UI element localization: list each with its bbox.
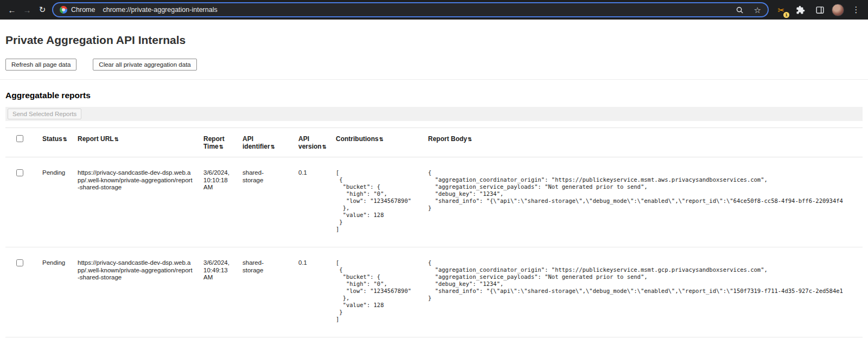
site-chip-label: Chrome (71, 6, 95, 14)
column-header-contributions[interactable]: Contributions⇅ (330, 128, 423, 157)
browser-toolbar: ← → ↻ Chrome chrome://private-aggregatio… (0, 0, 868, 20)
table-header-row: Status⇅ Report URL⇅ Report Time⇅ API ide… (5, 128, 863, 157)
column-header-report-url[interactable]: Report URL⇅ (72, 128, 198, 157)
reports-table: Status⇅ Report URL⇅ Report Time⇅ API ide… (5, 127, 863, 337)
menu-icon[interactable]: ⋮ (848, 2, 864, 17)
row-select-checkbox[interactable] (16, 169, 23, 176)
search-icon[interactable] (732, 2, 748, 17)
address-bar[interactable]: Chrome chrome://private-aggregation-inte… (52, 2, 769, 17)
column-header-api-identifier[interactable]: API identifier⇅ (237, 128, 293, 157)
section-title: Aggregatable reports (5, 91, 863, 100)
pinned-extension-icon[interactable]: ✂ 1 (774, 3, 788, 17)
sort-icon: ⇅ (322, 144, 327, 150)
contributions-json: [ { "bucket": { "high": "0", "low": "123… (336, 259, 417, 323)
chrome-logo-icon (60, 6, 67, 14)
url-text[interactable]: chrome://private-aggregation-internals (103, 6, 727, 14)
page-title: Private Aggregation API Internals (5, 20, 863, 47)
row-select-checkbox[interactable] (16, 259, 23, 266)
back-icon[interactable]: ← (4, 2, 20, 17)
sort-icon: ⇅ (114, 136, 119, 142)
table-row: Pending https://privacy-sandcastle-dev-d… (5, 247, 863, 337)
cell-status: Pending (37, 247, 72, 337)
sort-icon: ⇅ (379, 136, 384, 142)
cell-contributions: [ { "bucket": { "high": "0", "low": "123… (330, 157, 423, 247)
report-body-json: { "aggregation_coordinator_origin": "htt… (428, 259, 857, 302)
extensions-puzzle-icon[interactable] (793, 2, 808, 17)
select-all-checkbox[interactable] (16, 135, 23, 142)
refresh-all-button[interactable]: Refresh all page data (5, 59, 76, 71)
clear-all-button[interactable]: Clear all private aggregation data (93, 59, 196, 71)
reports-toolbar: Send Selected Reports (5, 107, 863, 121)
cell-report-time: 3/6/2024, 10:49:13 AM (198, 247, 237, 337)
bookmark-star-icon[interactable]: ☆ (754, 6, 761, 14)
side-panel-icon[interactable] (812, 2, 827, 17)
cell-api-identifier: shared-storage (237, 247, 293, 337)
column-header-report-body[interactable]: Report Body⇅ (423, 128, 863, 157)
extension-badge: 1 (783, 12, 789, 18)
sort-icon: ⇅ (219, 144, 224, 150)
report-body-json: { "aggregation_coordinator_origin": "htt… (428, 169, 857, 212)
cell-contributions: [ { "bucket": { "high": "0", "low": "123… (330, 247, 423, 337)
cell-report-body: { "aggregation_coordinator_origin": "htt… (423, 157, 863, 247)
cell-api-version: 0.1 (293, 247, 330, 337)
cell-report-url: https://privacy-sandcastle-dev-dsp.web.a… (72, 157, 198, 247)
contributions-json: [ { "bucket": { "high": "0", "low": "123… (336, 169, 417, 233)
column-header-status[interactable]: Status⇅ (37, 128, 72, 157)
cell-report-time: 3/6/2024, 10:10:18 AM (198, 157, 237, 247)
send-selected-reports-button[interactable]: Send Selected Reports (8, 109, 81, 119)
table-row: Pending https://privacy-sandcastle-dev-d… (5, 157, 863, 247)
column-header-report-time[interactable]: Report Time⇅ (198, 128, 237, 157)
column-header-api-version[interactable]: API version⇅ (293, 128, 330, 157)
profile-avatar[interactable] (832, 4, 844, 16)
sort-icon: ⇅ (271, 144, 275, 150)
section-divider (0, 79, 868, 80)
cell-api-version: 0.1 (293, 157, 330, 247)
sort-icon: ⇅ (468, 136, 472, 142)
reload-icon[interactable]: ↻ (35, 2, 50, 17)
sort-icon: ⇅ (63, 136, 67, 142)
cell-api-identifier: shared-storage (237, 157, 293, 247)
cell-report-url: https://privacy-sandcastle-dev-dsp.web.a… (72, 247, 198, 337)
cell-report-body: { "aggregation_coordinator_origin": "htt… (423, 247, 863, 337)
forward-icon[interactable]: → (20, 2, 35, 17)
cell-status: Pending (37, 157, 72, 247)
